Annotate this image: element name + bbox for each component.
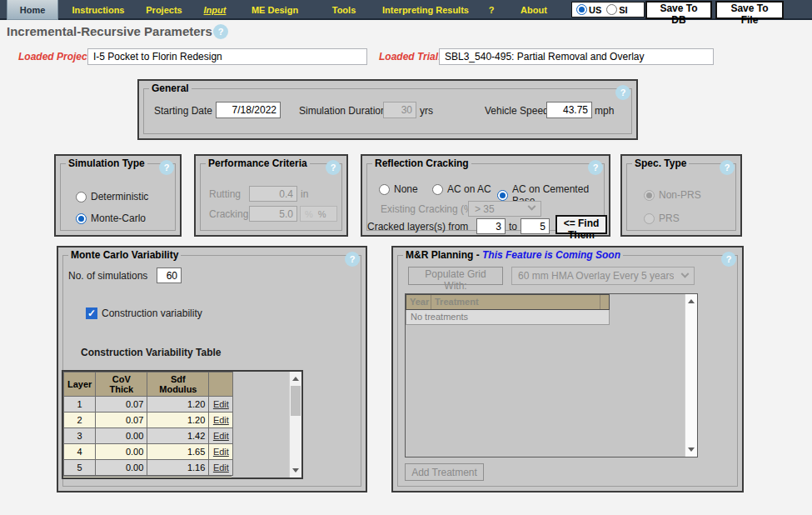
reflection-cracking-help-icon[interactable]: ? [588, 160, 603, 175]
sdf-modulus-cell: 1.20 [147, 397, 209, 412]
table-row: 5 0.00 1.16 Edit [64, 460, 233, 476]
monte-carlo-radio[interactable] [76, 213, 87, 224]
cov-thick-cell: 0.00 [96, 444, 147, 460]
nav-tab-me-design[interactable]: ME Design [240, 0, 310, 20]
cracking-unit-faint: % [305, 209, 313, 219]
page-title-help-icon[interactable]: ? [213, 24, 228, 39]
cov-thick-cell: 0.07 [96, 397, 147, 412]
scrollbar-thumb[interactable] [291, 386, 301, 416]
treatment-grid-scrollbar[interactable] [685, 294, 697, 457]
find-them-button[interactable]: <= Find Them [555, 215, 607, 234]
monte-carlo-help-icon[interactable]: ? [345, 252, 360, 267]
edit-link[interactable]: Edit [213, 462, 229, 472]
num-simulations-field[interactable] [157, 268, 182, 283]
layer-cell: 3 [64, 428, 96, 444]
units-toggle: US SI [571, 2, 645, 18]
prs-label: PRS [659, 212, 680, 224]
table-scrollbar[interactable] [289, 372, 301, 478]
cracked-from-field[interactable] [476, 218, 506, 234]
nav-tab-help[interactable]: ? [481, 0, 501, 20]
construction-variability-checkbox[interactable] [86, 308, 97, 319]
simulation-type-panel: Simulation Type ? Deterministic Monte-Ca… [54, 154, 182, 237]
si-radio[interactable] [606, 4, 617, 15]
scroll-down-icon[interactable] [685, 443, 697, 456]
sdf-modulus-cell: 1.16 [147, 460, 209, 476]
treatment-column-header: Treatment [431, 295, 600, 309]
cracked-layers-label: Cracked layers(s) from [367, 221, 468, 232]
nav-tab-about[interactable]: About [510, 0, 558, 20]
prs-radio [644, 213, 655, 224]
nav-tab-interpreting-results[interactable]: Interpreting Results [375, 0, 476, 20]
construction-variability-option[interactable]: Construction variability [86, 308, 202, 319]
non-prs-radio [644, 190, 655, 201]
save-to-file-button[interactable]: Save To File [715, 1, 784, 19]
spec-type-help-icon[interactable]: ? [720, 160, 735, 175]
construction-variability-table: Layer CoV Thick Sdf Modulus 1 0.07 1.20 … [62, 370, 303, 479]
non-prs-label: Non-PRS [659, 189, 701, 201]
spec-type-title: Spec. Type [632, 158, 689, 169]
nav-tab-projects[interactable]: Projects [137, 0, 192, 20]
nav-tab-home[interactable]: Home [7, 0, 58, 20]
layer-cell: 2 [64, 412, 96, 428]
edit-link[interactable]: Edit [213, 431, 229, 441]
performance-criteria-title: Performance Criteria [206, 158, 310, 169]
vehicle-speed-unit: mph [595, 105, 614, 117]
vehicle-speed-field[interactable] [546, 102, 592, 118]
cov-thick-cell: 0.07 [96, 412, 147, 428]
nav-tab-tools[interactable]: Tools [316, 0, 371, 20]
general-help-icon[interactable]: ? [615, 85, 630, 100]
starting-date-field[interactable] [216, 102, 281, 118]
simulation-type-help-icon[interactable]: ? [159, 160, 174, 175]
table-header-row: Layer CoV Thick Sdf Modulus [64, 372, 233, 397]
simulation-type-title: Simulation Type [66, 158, 147, 169]
performance-criteria-help-icon[interactable]: ? [326, 160, 341, 175]
scroll-up-icon[interactable] [685, 295, 697, 308]
treatment-dropdown: 60 mm HMA Overlay Every 5 years [511, 267, 695, 285]
save-to-db-button[interactable]: Save To DB [645, 1, 712, 19]
table-row-partial [63, 476, 232, 479]
us-radio-label: US [589, 5, 601, 15]
si-radio-label: SI [619, 5, 627, 15]
layer-cell: 4 [64, 444, 96, 460]
table-row: 4 0.00 1.65 Edit [64, 444, 233, 460]
reflection-cracking-panel: Reflection Cracking ? None AC on AC AC o… [361, 154, 610, 237]
edit-link[interactable]: Edit [213, 415, 229, 425]
mr-planning-help-icon[interactable]: ? [721, 252, 736, 267]
ac-on-ac-option[interactable]: AC on AC [432, 183, 491, 195]
layer-column-header: Layer [64, 372, 96, 397]
cracked-to-field[interactable] [521, 218, 550, 234]
units-us-option[interactable]: US [576, 4, 601, 15]
simulation-duration-label: Simulation Duration [299, 105, 386, 117]
none-label: None [394, 183, 418, 195]
loaded-trial-field[interactable] [439, 48, 714, 65]
populate-grid-button: Populate Grid With: [408, 267, 503, 285]
monte-carlo-option[interactable]: Monte-Carlo [76, 212, 146, 224]
treatment-grid: Year Treatment No treatments [405, 293, 698, 458]
deterministic-radio[interactable] [76, 192, 87, 202]
units-si-option[interactable]: SI [606, 4, 627, 15]
edit-link[interactable]: Edit [213, 447, 229, 457]
scroll-down-icon[interactable] [290, 464, 301, 477]
mr-planning-title: M&R Planning - [406, 249, 482, 261]
deterministic-option[interactable]: Deterministic [76, 191, 148, 202]
cracking-label: Cracking [209, 208, 248, 220]
starting-date-label: Starting Date [154, 105, 212, 117]
loaded-project-field[interactable] [87, 48, 367, 65]
ac-on-cemented-base-radio[interactable] [497, 190, 508, 201]
cracking-unit: % [318, 209, 326, 219]
scroll-up-icon[interactable] [290, 372, 301, 385]
loaded-trial-label: Loaded Trial: [379, 51, 441, 62]
deterministic-label: Deterministic [91, 191, 148, 202]
reflection-cracking-title: Reflection Cracking [372, 158, 471, 169]
us-radio[interactable] [576, 4, 587, 15]
none-radio[interactable] [379, 184, 390, 195]
sdf-modulus-cell: 1.42 [147, 428, 209, 444]
treatment-grid-header: Year Treatment [406, 294, 610, 310]
nav-tab-input[interactable]: Input [197, 0, 233, 20]
none-option[interactable]: None [379, 183, 418, 195]
sdf-modulus-cell: 1.20 [147, 412, 209, 428]
page-title: Incremental-Recursive Parameters [7, 24, 212, 38]
ac-on-ac-radio[interactable] [432, 184, 443, 195]
nav-tab-instructions[interactable]: Instructions [63, 0, 133, 20]
edit-link[interactable]: Edit [213, 399, 229, 409]
